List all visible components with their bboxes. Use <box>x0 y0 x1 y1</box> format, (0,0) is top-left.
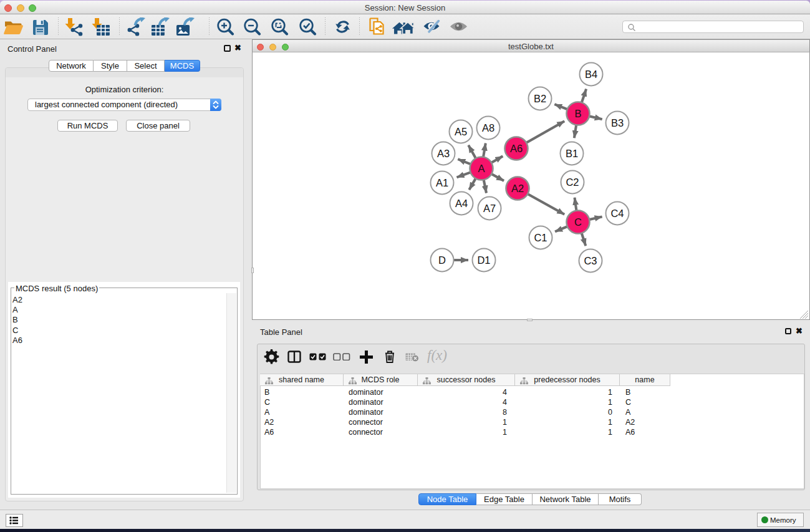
svg-text:C4: C4 <box>610 208 624 219</box>
svg-text:A1: A1 <box>436 177 448 188</box>
svg-text:A3: A3 <box>437 148 450 159</box>
svg-text:A6: A6 <box>510 143 523 154</box>
svg-text:A8: A8 <box>482 122 494 133</box>
svg-text:B4: B4 <box>585 69 597 80</box>
svg-text:C2: C2 <box>566 177 579 188</box>
svg-text:A5: A5 <box>455 126 467 137</box>
svg-text:B3: B3 <box>611 117 624 128</box>
svg-text:B: B <box>574 108 581 119</box>
svg-text:A2: A2 <box>511 183 524 194</box>
svg-text:C3: C3 <box>584 255 597 266</box>
svg-text:D: D <box>438 254 446 266</box>
svg-text:B1: B1 <box>566 148 578 159</box>
svg-text:A4: A4 <box>455 198 468 209</box>
svg-text:B2: B2 <box>534 93 546 104</box>
svg-text:C1: C1 <box>534 232 547 243</box>
svg-text:A7: A7 <box>483 203 496 214</box>
svg-text:D1: D1 <box>477 254 490 266</box>
svg-text:A: A <box>478 163 485 174</box>
svg-text:C: C <box>574 216 582 228</box>
